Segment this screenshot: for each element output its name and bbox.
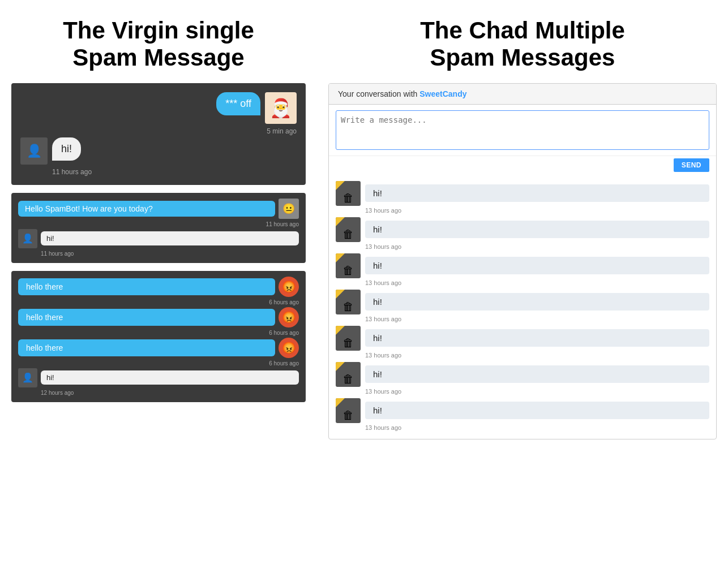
send-button[interactable]: SEND — [674, 158, 709, 172]
bot-avatar-6: 🗑 — [336, 362, 361, 387]
angry-avatar-2: 😡 — [279, 307, 299, 327]
msg-time-6: 13 hours ago — [365, 388, 709, 395]
msg-bubble-4: hi! — [365, 293, 709, 311]
flag-icon-5 — [336, 326, 345, 335]
list-item: 🗑 hi! 13 hours ago — [336, 398, 709, 431]
received-time-2: 11 hours ago — [41, 251, 299, 257]
hello-row-1: hello there 😡 — [18, 277, 299, 297]
list-item: 🗑 hi! 13 hours ago — [336, 253, 709, 286]
msg-bubble-3: hi! — [365, 257, 709, 274]
bot-avatar-1: 🗑 — [336, 181, 361, 206]
hello-row-2: hello there 😡 — [18, 307, 299, 327]
flag-icon-4 — [336, 290, 345, 299]
main-layout: The Virgin singleSpam Message 🎅 *** off … — [11, 17, 717, 439]
hello-row-3: hello there 😡 — [18, 338, 299, 358]
sent-row-2: Hello SpamBot! How are you today? 😐 — [18, 199, 299, 219]
msg-row: 🗑 hi! — [336, 181, 709, 206]
msg-time-1: 13 hours ago — [365, 207, 709, 214]
bot-avatar-5: 🗑 — [336, 326, 361, 351]
send-row: SEND — [329, 156, 716, 176]
dark-avatar-3: 👤 — [18, 368, 37, 387]
msg-row: 🗑 hi! — [336, 217, 709, 242]
sent-time-1: 5 min ago — [20, 127, 297, 135]
bot-avatar-4: 🗑 — [336, 290, 361, 314]
santa-avatar: 🎅 — [265, 92, 297, 124]
flag-icon-6 — [336, 362, 345, 371]
msg-row: 🗑 hi! — [336, 326, 709, 351]
bot-avatar-3: 🗑 — [336, 253, 361, 278]
right-panel: The Chad MultipleSpam Messages Your conv… — [328, 17, 717, 439]
list-item: 🗑 hi! 13 hours ago — [336, 181, 709, 214]
list-item: 🗑 hi! 13 hours ago — [336, 362, 709, 395]
list-item: 🗑 hi! 13 hours ago — [336, 217, 709, 250]
dark-avatar-1: 👤 — [20, 137, 48, 165]
received-row-3: 👤 hi! — [18, 368, 299, 387]
right-title: The Chad MultipleSpam Messages — [328, 17, 717, 72]
hello-time-2: 6 hours ago — [18, 330, 299, 336]
hello-time-3: 6 hours ago — [18, 360, 299, 367]
received-time-3: 12 hours ago — [41, 390, 299, 396]
conversation-header: Your conversation with SweetCandy — [329, 84, 716, 105]
angry-avatar-3: 😡 — [279, 338, 299, 358]
received-time-1: 11 hours ago — [52, 168, 297, 176]
sent-bubble-2: Hello SpamBot! How are you today? — [18, 201, 275, 217]
hello-time-1: 6 hours ago — [18, 299, 299, 305]
sent-row-1: 🎅 *** off — [20, 92, 297, 124]
textarea-wrap — [329, 105, 716, 156]
received-bubble-2: hi! — [41, 231, 299, 245]
message-input[interactable] — [336, 110, 709, 150]
chat-panel-2: Hello SpamBot! How are you today? 😐 11 h… — [11, 193, 306, 263]
sent-time-2: 11 hours ago — [18, 221, 299, 227]
hello-bubble-1: hello there — [18, 278, 275, 295]
msg-row: 🗑 hi! — [336, 398, 709, 423]
received-row-2: 👤 hi! — [18, 229, 299, 248]
msg-time-2: 13 hours ago — [365, 243, 709, 250]
received-bubble-1: hi! — [52, 137, 81, 161]
msg-row: 🗑 hi! — [336, 362, 709, 387]
sent-bubble-1: *** off — [216, 92, 260, 115]
hello-bubble-3: hello there — [18, 339, 275, 356]
conversation-username: SweetCandy — [419, 89, 466, 98]
msg-time-7: 13 hours ago — [365, 424, 709, 431]
conversation-with-label: Your conversation with — [338, 89, 417, 98]
msg-time-3: 13 hours ago — [365, 279, 709, 286]
msg-time-4: 13 hours ago — [365, 316, 709, 322]
bot-avatar-7: 🗑 — [336, 398, 361, 423]
bot-avatar-2: 🗑 — [336, 217, 361, 242]
msg-bubble-7: hi! — [365, 402, 709, 419]
msg-bubble-2: hi! — [365, 221, 709, 238]
messages-list: 🗑 hi! 13 hours ago 🗑 hi! — [329, 176, 716, 439]
list-item: 🗑 hi! 13 hours ago — [336, 290, 709, 322]
flag-icon-7 — [336, 398, 345, 407]
flag-icon-2 — [336, 217, 345, 226]
msg-row: 🗑 hi! — [336, 290, 709, 314]
list-item: 🗑 hi! 13 hours ago — [336, 326, 709, 359]
msg-bubble-6: hi! — [365, 365, 709, 383]
hello-bubble-2: hello there — [18, 309, 275, 326]
meme-avatar-2: 😐 — [279, 199, 299, 219]
conversation-box: Your conversation with SweetCandy SEND 🗑 — [328, 83, 717, 439]
left-title: The Virgin singleSpam Message — [11, 17, 306, 72]
received-bubble-3: hi! — [41, 370, 299, 385]
angry-avatar-1: 😡 — [279, 277, 299, 297]
dark-avatar-2: 👤 — [18, 229, 37, 248]
received-row-1: 👤 hi! — [20, 137, 297, 165]
flag-icon-1 — [336, 181, 345, 190]
msg-time-5: 13 hours ago — [365, 352, 709, 359]
msg-row: 🗑 hi! — [336, 253, 709, 278]
left-panel: The Virgin singleSpam Message 🎅 *** off … — [11, 17, 306, 439]
flag-icon-3 — [336, 253, 345, 262]
chat-panel-3: hello there 😡 6 hours ago hello there 😡 … — [11, 271, 306, 402]
msg-bubble-1: hi! — [365, 184, 709, 202]
chat-panel-1: 🎅 *** off 5 min ago 👤 hi! 11 hours ago — [11, 83, 306, 185]
msg-bubble-5: hi! — [365, 329, 709, 347]
